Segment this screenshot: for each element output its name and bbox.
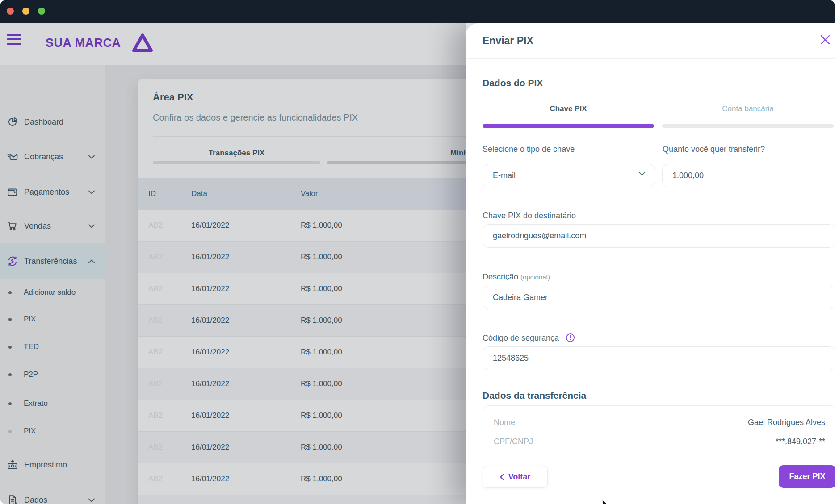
summary-row-cpf: CPF/CNPJ ***.849.027-**: [494, 432, 825, 451]
pix-key-input[interactable]: gaelrodrigues@email.com: [483, 224, 835, 248]
summary-label: CPF/CNPJ: [494, 437, 533, 446]
key-type-select[interactable]: E-mail: [483, 164, 655, 187]
close-icon[interactable]: [819, 34, 833, 47]
app-body: SUA MARCA Dashboard Cobranças: [0, 23, 835, 504]
chevron-down-icon: [638, 171, 646, 176]
tab-chave-pix[interactable]: Chave PIX: [483, 104, 654, 115]
app-window: SUA MARCA Dashboard Cobranças: [0, 0, 835, 504]
minimize-window-button[interactable]: [22, 8, 29, 15]
amount-label: Quanto você quer transferir?: [663, 145, 765, 154]
zoom-window-button[interactable]: [38, 8, 45, 15]
description-value: Cadeira Gamer: [493, 293, 548, 302]
optional-hint: (opcional): [520, 273, 550, 281]
tab-conta-bancaria[interactable]: Conta bancária: [662, 104, 834, 115]
description-input[interactable]: Cadeira Gamer: [483, 286, 835, 309]
voltar-button[interactable]: Voltar: [483, 466, 548, 488]
security-code-input[interactable]: 12548625: [483, 346, 835, 370]
enviar-pix-drawer: Enviar PIX Dados do PIX Chave PIX Conta …: [466, 23, 835, 504]
summary-label: Nome: [494, 418, 515, 427]
key-type-value: E-mail: [493, 171, 516, 180]
voltar-label: Voltar: [508, 472, 531, 482]
drawer-title: Enviar PIX: [483, 35, 533, 47]
amount-value: 1.000,00: [672, 171, 704, 180]
section-title-dados-do-pix: Dados do PIX: [483, 78, 543, 88]
pix-key-label: Chave PIX do destinatário: [483, 211, 576, 221]
close-window-button[interactable]: [7, 8, 14, 15]
active-tab-underline: [483, 124, 654, 128]
window-titlebar: [0, 0, 835, 23]
fazer-pix-button[interactable]: Fazer PIX: [779, 465, 835, 488]
description-label: Descrição (opcional): [483, 272, 550, 282]
pix-key-value: gaelrodrigues@email.com: [493, 231, 586, 240]
security-code-label: Código de segurança: [483, 333, 575, 345]
security-code-value: 12548625: [493, 354, 529, 362]
drawer-header-divider: [466, 58, 835, 59]
amount-input[interactable]: 1.000,00: [662, 164, 835, 187]
summary-value: Gael Rodrigues Alves: [748, 418, 825, 427]
drawer-footer: Voltar Fazer PIX: [466, 459, 835, 504]
inactive-tab-underline: [662, 124, 834, 128]
section-title-dados-da-transferencia: Dados da transferência: [483, 390, 586, 401]
summary-row-nome: Nome Gael Rodrigues Alves: [494, 413, 825, 432]
key-type-label: Selecione o tipo de chave: [483, 145, 575, 154]
fazer-pix-label: Fazer PIX: [789, 472, 825, 481]
modal-backdrop[interactable]: [0, 23, 466, 504]
summary-value: ***.849.027-**: [776, 437, 825, 446]
info-icon[interactable]: [566, 333, 575, 345]
chevron-left-icon: [500, 474, 504, 480]
